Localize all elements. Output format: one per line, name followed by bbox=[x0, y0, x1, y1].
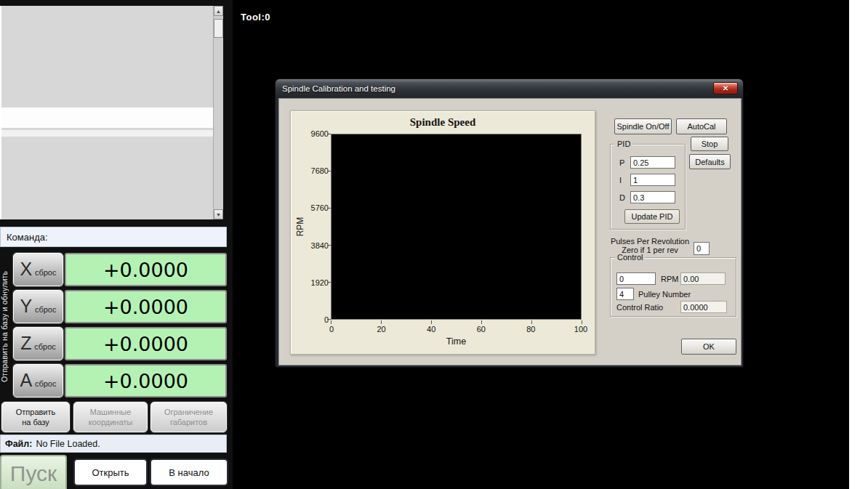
dro-row-x: X сброс +0.0000 bbox=[13, 253, 227, 286]
dialog-titlebar[interactable]: Spindle Calibration and testing ✕ bbox=[276, 79, 743, 98]
chart-x-tick-labels: 020406080100 bbox=[322, 325, 590, 334]
file-label: Файл: bbox=[5, 439, 32, 449]
pid-i-row: I bbox=[619, 174, 675, 186]
file-value: No File Loaded. bbox=[36, 439, 100, 449]
rpm-label: RPM bbox=[661, 275, 678, 283]
tick-label: 60 bbox=[472, 325, 491, 334]
gcode-line bbox=[1, 130, 223, 137]
a-dro-value: +0.0000 bbox=[103, 370, 188, 392]
z-dro-display[interactable]: +0.0000 bbox=[65, 327, 227, 360]
go-home-button[interactable]: Отправить на базу bbox=[1, 402, 70, 432]
i-input[interactable] bbox=[630, 174, 675, 186]
pid-group-label: PID bbox=[615, 140, 632, 148]
scrollbar-thumb[interactable] bbox=[214, 19, 223, 38]
x-zero-button[interactable]: X сброс bbox=[13, 253, 63, 286]
pulley-number-label: Pulley Number bbox=[638, 290, 691, 299]
tick-label: 7680 bbox=[297, 166, 329, 175]
scroll-down-arrow-icon[interactable]: ▼ bbox=[214, 209, 223, 219]
i-label: I bbox=[619, 176, 625, 185]
button-label-line: на базу bbox=[2, 417, 69, 427]
tick-label: 0 bbox=[322, 325, 341, 334]
spindle-onoff-button[interactable]: Spindle On/Off bbox=[614, 118, 672, 134]
pulley-number-input[interactable] bbox=[616, 288, 634, 300]
scrollbar[interactable]: ▲ ▼ bbox=[213, 6, 223, 219]
p-label: P bbox=[619, 158, 625, 167]
a-dro-display[interactable]: +0.0000 bbox=[65, 364, 227, 397]
reset-label: сброс bbox=[34, 342, 56, 351]
z-zero-button[interactable]: Z сброс bbox=[13, 327, 63, 360]
spindle-calibration-dialog: Spindle Calibration and testing ✕ Spindl… bbox=[275, 78, 744, 368]
d-input[interactable] bbox=[630, 191, 675, 203]
gcode-display-area: ▲ ▼ bbox=[0, 6, 223, 219]
machine-control-panel: ▲ ▼ Команда: Отправить на базу и обнулит… bbox=[0, 0, 233, 489]
z-dro-value: +0.0000 bbox=[103, 333, 188, 355]
tool-status-label: Tool:0 bbox=[241, 12, 270, 23]
tick-label: 5760 bbox=[297, 203, 329, 212]
pulses-per-rev-label: Pulses Per Revolution Zero if 1 per rev bbox=[605, 237, 695, 254]
command-strip[interactable]: Команда: bbox=[0, 227, 227, 247]
axis-letter: Y bbox=[20, 296, 33, 316]
right-edge-strip bbox=[849, 0, 868, 489]
chart-y-tick-labels: 960076805760384019200 bbox=[297, 129, 329, 324]
x-dro-display[interactable]: +0.0000 bbox=[65, 253, 227, 286]
rpm-actual-display: 0.00 bbox=[680, 272, 726, 285]
tick-label: 80 bbox=[521, 325, 540, 334]
y-zero-button[interactable]: Y сброс bbox=[13, 290, 63, 323]
rewind-button[interactable]: В начало bbox=[151, 460, 227, 485]
command-label: Команда: bbox=[7, 232, 48, 243]
pid-p-row: P bbox=[619, 156, 675, 169]
tick-label: 40 bbox=[422, 325, 441, 334]
chart-title: Spindle Speed bbox=[291, 116, 595, 129]
rpm-set-input[interactable] bbox=[616, 272, 656, 285]
pid-d-row: D bbox=[619, 191, 675, 203]
screen: ▲ ▼ Команда: Отправить на базу и обнулит… bbox=[0, 0, 868, 489]
cycle-start-button[interactable]: Пуск bbox=[0, 455, 67, 489]
defaults-button[interactable]: Defaults bbox=[689, 154, 731, 169]
tick-label: 0 bbox=[297, 315, 329, 324]
pulses-label-line1: Pulses Per Revolution bbox=[605, 237, 695, 246]
control-groupbox: Control RPM 0.00 Pulley Number Control R… bbox=[610, 257, 736, 317]
a-zero-button[interactable]: A сброс bbox=[13, 364, 63, 397]
scroll-up-arrow-icon[interactable]: ▲ bbox=[214, 6, 223, 16]
spindle-speed-chart: Spindle Speed RPM 960076805760384019200 … bbox=[290, 110, 595, 355]
reset-label: сброс bbox=[35, 305, 57, 314]
tick-label: 1920 bbox=[297, 278, 329, 287]
chart-plot-area bbox=[331, 134, 582, 320]
dro-row-y: Y сброс +0.0000 bbox=[13, 290, 227, 323]
button-label-line: Ограничение bbox=[151, 407, 226, 417]
axis-letter: X bbox=[20, 259, 33, 279]
p-input[interactable] bbox=[630, 156, 675, 169]
open-file-button[interactable]: Открыть bbox=[75, 460, 146, 485]
tick-label: 3840 bbox=[297, 241, 329, 250]
button-label-line: координаты bbox=[74, 417, 147, 427]
button-label-line: Отправить bbox=[2, 407, 69, 417]
close-icon: ✕ bbox=[723, 84, 728, 92]
stop-button[interactable]: Stop bbox=[691, 137, 728, 151]
tick-label: 20 bbox=[372, 325, 391, 334]
close-button[interactable]: ✕ bbox=[713, 82, 738, 94]
gcode-line-highlight bbox=[1, 108, 223, 128]
dialog-title: Spindle Calibration and testing bbox=[282, 84, 395, 93]
dro-row-a: A сброс +0.0000 bbox=[13, 364, 227, 397]
chart-x-axis-label: Time bbox=[331, 336, 582, 347]
chart-x-tickmarks bbox=[331, 320, 582, 324]
machine-coords-button[interactable]: Машинные координаты bbox=[73, 402, 148, 432]
file-strip: Файл: No File Loaded. bbox=[0, 435, 227, 453]
reset-label: сброс bbox=[35, 379, 57, 388]
dialog-client-area: Spindle Speed RPM 960076805760384019200 … bbox=[278, 98, 742, 365]
axis-letter: A bbox=[20, 370, 33, 390]
dro-row-z: Z сброс +0.0000 bbox=[13, 327, 227, 360]
update-pid-button[interactable]: Update PID bbox=[624, 209, 680, 224]
y-dro-value: +0.0000 bbox=[103, 296, 188, 318]
ok-button[interactable]: OK bbox=[681, 339, 736, 355]
tick-label: 100 bbox=[571, 325, 590, 334]
button-label-line: габаритов bbox=[151, 417, 226, 427]
home-and-zero-vertical-label: Отправить на базу и обнулить bbox=[0, 254, 12, 398]
control-ratio-display: 0.0000 bbox=[680, 301, 727, 313]
button-label-line: Машинные bbox=[74, 407, 147, 417]
autocal-button[interactable]: AutoCal bbox=[676, 118, 727, 134]
pulses-per-rev-input[interactable] bbox=[694, 242, 710, 255]
soft-limits-button[interactable]: Ограничение габаритов bbox=[150, 402, 227, 432]
control-ratio-label: Control Ratio bbox=[616, 303, 663, 312]
y-dro-display[interactable]: +0.0000 bbox=[65, 290, 227, 323]
